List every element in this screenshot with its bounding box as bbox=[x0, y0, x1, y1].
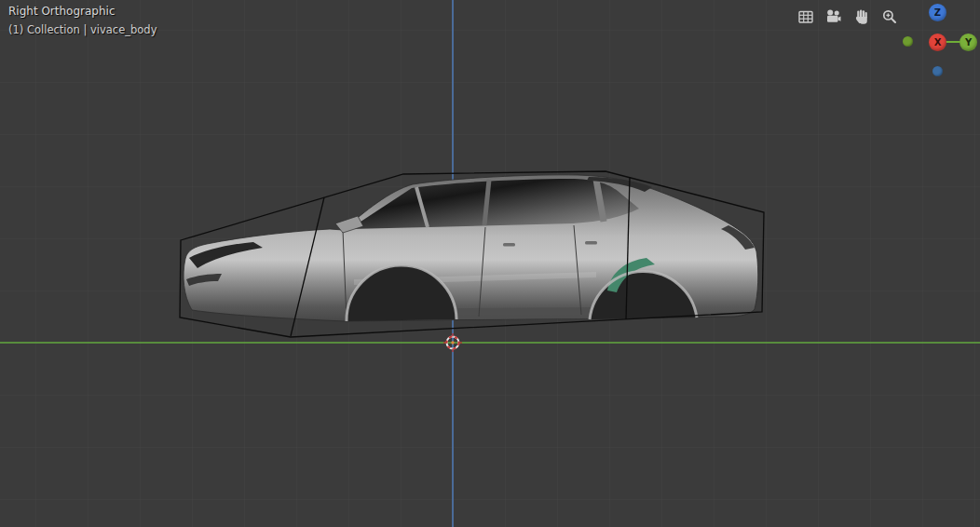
gizmo-x-axis-ball[interactable]: X bbox=[929, 34, 946, 51]
blender-3d-viewport[interactable]: Right Orthographic (1) Collection | viva… bbox=[0, 0, 980, 527]
pan-hand-icon[interactable] bbox=[851, 7, 872, 27]
camera-view-icon[interactable] bbox=[823, 7, 844, 27]
gizmo-z-axis-ball[interactable]: Z bbox=[929, 4, 946, 21]
gizmo-x-label: X bbox=[934, 37, 942, 47]
gizmo-y-label: Y bbox=[965, 37, 972, 47]
grid-overlay-icon[interactable] bbox=[796, 7, 816, 27]
gizmo-z-label: Z bbox=[934, 7, 941, 18]
viewport-toolbar bbox=[796, 7, 900, 27]
gizmo-y-axis-ball[interactable]: Y bbox=[960, 34, 977, 51]
scene-canvas[interactable] bbox=[0, 0, 980, 527]
navigation-gizmo: Z X Y bbox=[890, 0, 980, 88]
gizmo-neg-y-axis-dot[interactable] bbox=[903, 36, 913, 47]
gizmo-neg-z-axis-dot[interactable] bbox=[932, 66, 943, 76]
